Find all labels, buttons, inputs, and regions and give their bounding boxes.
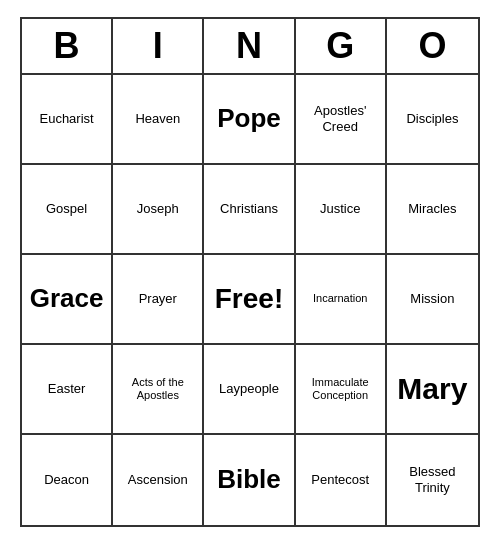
bingo-cell: Blessed Trinity [387, 435, 478, 525]
bingo-cell: Eucharist [22, 75, 113, 165]
header-letter: O [387, 19, 478, 73]
bingo-header: BINGO [22, 19, 478, 75]
bingo-card: BINGO EucharistHeavenPopeApostles' Creed… [20, 17, 480, 527]
header-letter: I [113, 19, 204, 73]
bingo-cell: Apostles' Creed [296, 75, 387, 165]
bingo-cell: Laypeople [204, 345, 295, 435]
bingo-cell: Immaculate Conception [296, 345, 387, 435]
bingo-cell: Christians [204, 165, 295, 255]
bingo-cell: Prayer [113, 255, 204, 345]
bingo-cell: Disciples [387, 75, 478, 165]
bingo-cell: Mission [387, 255, 478, 345]
bingo-cell: Grace [22, 255, 113, 345]
bingo-cell: Joseph [113, 165, 204, 255]
bingo-cell: Incarnation [296, 255, 387, 345]
bingo-cell: Miracles [387, 165, 478, 255]
header-letter: G [296, 19, 387, 73]
bingo-cell: Heaven [113, 75, 204, 165]
bingo-cell: Ascension [113, 435, 204, 525]
bingo-cell: Deacon [22, 435, 113, 525]
bingo-cell: Free! [204, 255, 295, 345]
header-letter: B [22, 19, 113, 73]
bingo-cell: Pentecost [296, 435, 387, 525]
bingo-cell: Justice [296, 165, 387, 255]
bingo-cell: Easter [22, 345, 113, 435]
bingo-cell: Gospel [22, 165, 113, 255]
bingo-cell: Bible [204, 435, 295, 525]
bingo-cell: Pope [204, 75, 295, 165]
header-letter: N [204, 19, 295, 73]
bingo-cell: Mary [387, 345, 478, 435]
bingo-cell: Acts of the Apostles [113, 345, 204, 435]
bingo-grid: EucharistHeavenPopeApostles' CreedDiscip… [22, 75, 478, 525]
